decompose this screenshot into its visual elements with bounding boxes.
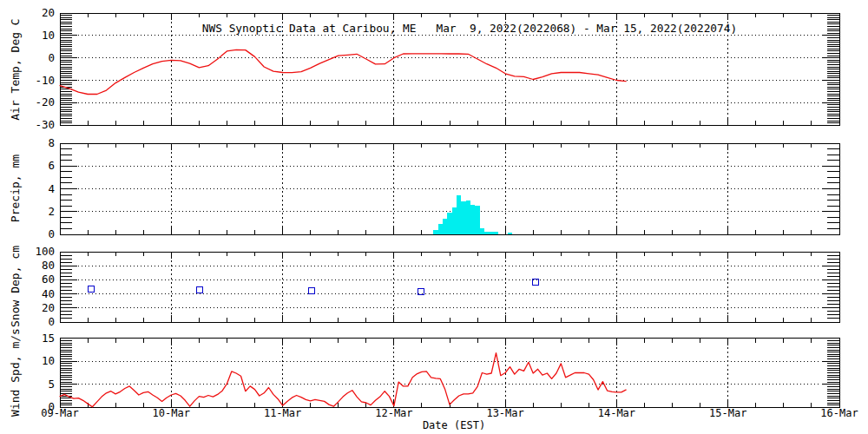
y-tick-label: 20: [42, 301, 55, 314]
y-tick-label: 8: [48, 136, 55, 149]
y-tick-label: 10: [42, 354, 55, 367]
precip-bar: [466, 201, 470, 234]
y-axis-label-precip: Precip, mm: [9, 155, 22, 222]
y-tick-label: 0: [48, 315, 55, 328]
precip-bar: [508, 233, 512, 234]
y-axis-label-snow-depth: Snow Dep, cm: [9, 246, 22, 327]
precip-bar: [475, 206, 479, 234]
chart-title: NWS Synoptic Data at Caribou, ME Mar 9, …: [202, 22, 737, 35]
x-tick-label: 10-Mar: [153, 407, 190, 419]
y-tick-label: 10: [42, 29, 55, 42]
precip-bar: [484, 232, 489, 234]
precip-bar: [489, 232, 493, 234]
precip-bar: [461, 201, 465, 234]
precip-bar: [457, 195, 461, 234]
y-tick-label: 5: [48, 378, 55, 391]
x-tick-label: 11-Mar: [264, 407, 301, 419]
y-axis-label-wind-speed: Wind Spd, m/s: [9, 328, 22, 417]
x-tick-label: 13-Mar: [486, 407, 523, 419]
y-tick-label: 0: [48, 227, 55, 240]
y-tick-label: 0: [48, 51, 55, 64]
precip-bar: [447, 213, 451, 234]
y-tick-label: 15: [42, 332, 55, 345]
y-tick-label: -20: [35, 95, 55, 108]
y-tick-label: 60: [42, 273, 55, 286]
x-tick-label: 15-Mar: [709, 407, 746, 419]
precip-bar: [438, 224, 443, 234]
y-tick-label: 100: [35, 245, 55, 258]
y-tick-label: -30: [35, 118, 55, 131]
y-tick-label: 80: [42, 259, 55, 272]
precip-bar: [480, 228, 484, 234]
precip-bar: [452, 207, 457, 235]
x-tick-label: 09-Mar: [41, 407, 78, 419]
y-tick-label: 6: [48, 159, 55, 172]
x-tick-label: 14-Mar: [598, 407, 635, 419]
y-tick-label: 2: [48, 205, 55, 218]
meteogram-chart: 20100-10-20-308642010080604020015105009-…: [0, 0, 868, 434]
precip-bar: [494, 232, 498, 234]
y-tick-label: 4: [48, 182, 55, 195]
precip-bar: [443, 219, 447, 234]
x-tick-label: 16-Mar: [820, 407, 858, 419]
y-tick-label: -10: [35, 74, 55, 87]
chart-background: [0, 0, 868, 434]
y-tick-label: 40: [42, 287, 55, 300]
x-axis-label: Date (EST): [423, 419, 485, 431]
x-tick-label: 12-Mar: [375, 407, 412, 419]
precip-bar: [433, 230, 437, 234]
precip-bar: [470, 205, 475, 234]
y-axis-label-air-temp: Air Temp, Deg C: [9, 18, 22, 120]
y-tick-label: 20: [42, 6, 55, 19]
